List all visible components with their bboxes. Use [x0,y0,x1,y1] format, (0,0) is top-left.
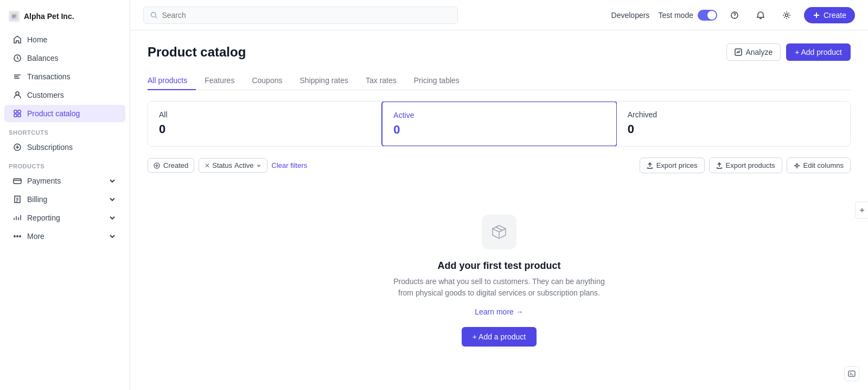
stat-card-archived[interactable]: Archived 0 [617,102,850,146]
export-products-button[interactable]: Export products [709,158,782,173]
home-icon [13,35,22,44]
plus-circle-icon [154,162,160,169]
tab-features[interactable]: Features [196,72,243,90]
export-prices-button[interactable]: Export prices [640,158,705,173]
add-product-empty-button[interactable]: + Add a product [462,327,537,347]
toggle-knob [707,11,716,20]
sidebar-item-product-catalog[interactable]: Product catalog [4,105,125,122]
svg-point-10 [17,236,18,237]
sidebar-item-customers-label: Customers [27,91,64,99]
help-icon [730,11,739,20]
status-filter[interactable]: ✕ Status Active [199,158,267,173]
tab-tax-rates[interactable]: Tax rates [357,72,405,90]
filters-row: Created ✕ Status Active Clear filters Ex… [148,158,851,173]
stat-active-label: Active [393,111,605,119]
created-filter-label: Created [163,161,188,169]
transactions-icon [13,72,22,81]
analyze-icon [735,48,742,56]
tab-shipping-rates[interactable]: Shipping rates [291,72,357,90]
sidebar-item-product-catalog-label: Product catalog [27,109,80,118]
clear-filters-link[interactable]: Clear filters [272,161,308,169]
sidebar-item-home[interactable]: Home [4,31,125,48]
sidebar-item-payments[interactable]: Payments [4,172,125,190]
customers-icon [13,91,22,99]
right-panel-toggle[interactable] [855,202,868,219]
tab-pricing-tables[interactable]: Pricing tables [405,72,468,90]
stat-archived-label: Archived [628,110,839,119]
company-icon [9,11,20,22]
test-mode-toggle-container: Test mode [658,10,717,21]
reporting-icon [13,213,22,222]
sidebar-item-reporting[interactable]: Reporting [4,209,125,227]
tab-coupons[interactable]: Coupons [243,72,291,90]
svg-rect-8 [14,179,21,184]
balances-icon [13,54,22,62]
header: Developers Test mode Create [130,0,868,30]
svg-rect-4 [18,110,21,113]
chevron-down-icon [108,195,117,204]
stat-all-value: 0 [159,122,371,136]
sidebar-item-reporting-label: Reporting [27,213,60,222]
create-label: Create [824,11,846,20]
edit-columns-button[interactable]: Edit columns [787,158,851,173]
sidebar: Alpha Pet Inc. Home Balances Transaction… [0,0,130,390]
svg-rect-3 [14,110,17,113]
stat-all-label: All [159,110,371,119]
add-product-empty-label: + Add a product [473,332,526,341]
status-filter-remove[interactable]: ✕ [205,162,210,169]
analyze-label: Analyze [745,48,773,56]
sidebar-item-balances-label: Balances [27,54,59,62]
search-input[interactable] [162,11,451,20]
chevron-down-icon [256,163,261,168]
settings-button[interactable] [778,7,795,24]
products-section-label: Products [0,156,130,172]
stat-card-active[interactable]: Active 0 [381,101,617,147]
tab-shipping-rates-label: Shipping rates [299,76,348,85]
sidebar-item-subscriptions-label: Subscriptions [27,143,73,152]
stat-active-value: 0 [393,123,605,137]
sidebar-item-billing[interactable]: Billing [4,191,125,208]
created-filter[interactable]: Created [148,158,194,173]
header-actions: Developers Test mode Create [611,7,855,24]
sidebar-item-customers[interactable]: Customers [4,86,125,104]
sidebar-item-transactions[interactable]: Transactions [4,68,125,85]
sidebar-item-home-label: Home [27,35,47,44]
tabs: All products Features Coupons Shipping r… [148,72,851,90]
company-logo[interactable]: Alpha Pet Inc. [0,7,130,30]
payments-icon [13,177,22,185]
search-box[interactable] [143,7,458,24]
svg-rect-5 [14,114,17,117]
terminal-button[interactable] [844,366,859,381]
sidebar-item-more-label: More [27,232,44,241]
test-mode-toggle[interactable] [698,10,717,21]
nav: Home Balances Transactions Customers Pro… [0,30,130,383]
developers-link[interactable]: Developers [611,11,650,20]
create-button[interactable]: Create [804,7,855,23]
svg-rect-6 [18,114,21,117]
empty-state: Add your first test product Products are… [148,182,851,379]
learn-more-link[interactable]: Learn more → [475,307,523,316]
export-icon [647,162,653,169]
export-products-label: Export products [726,161,775,169]
stat-card-all[interactable]: All 0 [148,102,382,146]
tab-coupons-label: Coupons [252,76,282,85]
svg-point-14 [785,14,788,16]
company-name: Alpha Pet Inc. [24,12,74,21]
svg-point-2 [16,92,19,95]
help-button[interactable] [726,7,743,24]
sidebar-item-billing-label: Billing [27,195,47,204]
tab-all-products[interactable]: All products [148,72,196,90]
sidebar-item-more[interactable]: More [4,228,125,245]
sidebar-item-payments-label: Payments [27,177,61,185]
export-prices-label: Export prices [656,161,698,169]
chevron-down-icon [108,213,117,222]
page-actions: Analyze + Add product [726,43,851,61]
billing-icon [13,195,22,204]
page-header: Product catalog Analyze + Add product [148,43,851,61]
analyze-button[interactable]: Analyze [726,43,781,61]
sidebar-item-balances[interactable]: Balances [4,49,125,67]
add-product-button[interactable]: + Add product [786,43,851,61]
sidebar-item-subscriptions[interactable]: Subscriptions [4,139,125,156]
terminal-icon [848,370,856,378]
notifications-button[interactable] [752,7,769,24]
